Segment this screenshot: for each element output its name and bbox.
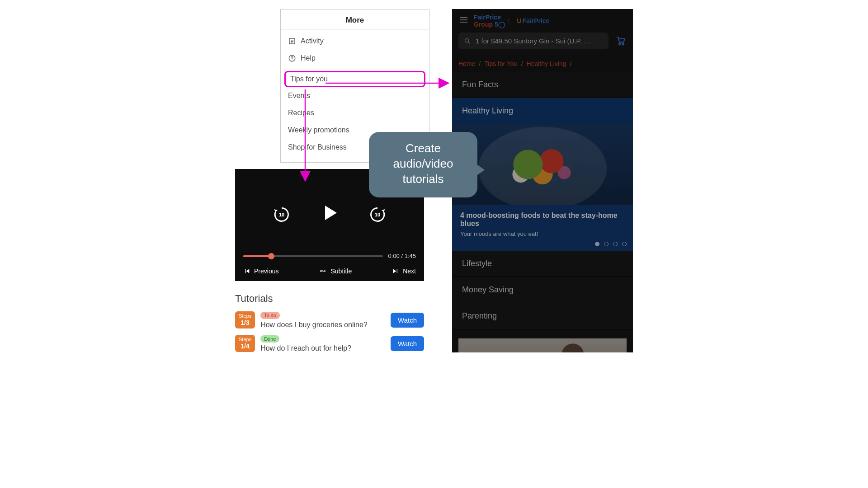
tutorial-row: Steps 1/4 Done How do I reach out for he… [235,332,424,355]
svg-point-7 [465,38,469,42]
tutorial-row: Steps 1/3 To do How does I buy groceries… [235,308,424,332]
tutorial-question: How does I buy groceries online? [260,321,385,329]
search-text: 1 for $49.50 Suntory Gin - Sui (U.P. … [476,37,590,45]
subtitle-button[interactable]: Subtitle [319,267,352,275]
search-icon [464,38,471,45]
carousel-dot[interactable] [622,242,627,246]
watch-button[interactable]: Watch [391,313,424,328]
previous-label: Previous [254,267,278,275]
more-menu-title: More [281,9,429,30]
more-item-help[interactable]: Help [284,50,425,67]
svg-point-9 [623,43,624,45]
svg-rect-5 [320,272,322,272]
help-icon [288,54,296,62]
seek-slider[interactable] [243,255,383,257]
tab-parenting[interactable]: Parenting [452,303,633,329]
tab-healthy-living[interactable]: Healthy Living [452,98,633,124]
more-item-label: Recipes [288,109,314,117]
next-label: Next [403,267,416,275]
svg-point-2 [292,60,292,61]
step-badge: Steps 1/4 [235,335,255,352]
play-button[interactable] [319,202,340,225]
forward-seconds-label: 10 [375,212,380,217]
breadcrumb-item[interactable]: Tips for You [484,60,517,67]
more-item-tips-for-you[interactable]: Tips for you [284,71,425,87]
subtitle-label: Subtitle [330,267,352,275]
svg-rect-6 [323,272,326,272]
more-item-label: Shop for Business [288,143,347,151]
more-item-label: Activity [301,37,324,45]
fairprice-logo: FairPriceGroup 5◯ | UFairPrice [474,14,549,28]
hero-caption: 4 mood-boosting foods to beat the stay-h… [452,205,633,251]
tab-lifestyle[interactable]: Lifestyle [452,251,633,277]
fairprice-app: FairPriceGroup 5◯ | UFairPrice 1 for $49… [452,9,633,352]
tab-fun-facts[interactable]: Fun Facts [452,72,633,98]
breadcrumb-item[interactable]: Home [458,60,475,67]
carousel-dot[interactable] [604,242,609,246]
cart-icon[interactable] [615,34,627,48]
tab-money-saving[interactable]: Money Saving [452,277,633,303]
step-badge: Steps 1/3 [235,311,255,328]
more-item-label: Help [301,54,316,62]
more-item-activity[interactable]: Activity [284,33,425,50]
breadcrumb-item[interactable]: Healthy Living [527,60,566,67]
hero-title: 4 mood-boosting foods to beat the stay-h… [460,211,625,228]
rewind-seconds-label: 10 [279,212,284,217]
more-item-recipes[interactable]: Recipes [284,104,425,122]
rewind-10-button[interactable]: 10 [272,204,292,224]
hero-subtitle: Your moods are what you eat! [460,230,625,237]
tutorial-question: How do I reach out for help? [260,344,385,352]
next-button[interactable]: Next [392,267,416,275]
more-item-label: Events [288,92,310,100]
hamburger-menu-icon[interactable] [458,14,469,27]
article-thumbnail[interactable] [458,338,627,352]
more-item-label: Tips for you [290,75,328,83]
carousel-dot[interactable] [595,242,599,246]
status-pill-todo: To do [260,312,280,319]
forward-10-button[interactable]: 10 [368,204,387,224]
more-item-events[interactable]: Events [284,87,425,104]
more-item-label: Weekly promotions [288,126,349,134]
playback-time: 0:00 / 1:45 [388,253,416,259]
annotation-callout: Create audio/video tutorials [369,132,477,197]
search-input[interactable]: 1 for $49.50 Suntory Gin - Sui (U.P. … [458,33,609,49]
svg-rect-4 [324,270,326,270]
svg-rect-3 [320,270,323,270]
carousel-dot[interactable] [613,242,618,246]
activity-icon [288,37,296,45]
tutorials-heading: Tutorials [235,293,424,305]
status-pill-done: Done [260,335,279,343]
watch-button[interactable]: Watch [391,336,424,351]
tutorials-section: Tutorials Steps 1/3 To do How does I buy… [235,288,424,355]
carousel-dots[interactable] [595,242,627,246]
breadcrumb: Home/ Tips for You/ Healthy Living/ [452,54,633,72]
previous-button[interactable]: Previous [243,267,278,275]
svg-point-8 [619,43,620,45]
